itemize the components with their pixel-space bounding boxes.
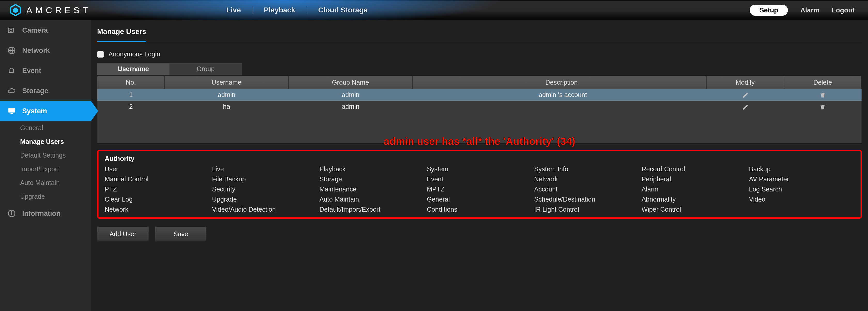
authority-item: Abnormality bbox=[642, 196, 747, 203]
content: Manage Users Anonymous Login Username Gr… bbox=[91, 20, 868, 311]
authority-item: Clear Log bbox=[104, 196, 210, 203]
authority-item: Log Search bbox=[749, 186, 854, 193]
authority-item: User bbox=[104, 165, 210, 173]
nav-cloud[interactable]: Cloud Storage bbox=[307, 6, 379, 14]
authority-item: AV Parameter bbox=[749, 175, 854, 183]
nav-logout[interactable]: Logout bbox=[832, 6, 855, 14]
top-bar: AMCREST Live Playback Cloud Storage Setu… bbox=[0, 0, 868, 20]
authority-item: PTZ bbox=[104, 186, 210, 193]
camera-icon bbox=[7, 26, 16, 35]
authority-item: Account bbox=[534, 186, 640, 193]
sidebar-item-event[interactable]: Event bbox=[0, 60, 91, 81]
authority-item: Live bbox=[212, 165, 317, 173]
table-row[interactable]: 2haadmin bbox=[97, 101, 862, 112]
save-button[interactable]: Save bbox=[155, 226, 207, 242]
authority-item: IR Light Control bbox=[534, 206, 640, 213]
nav-playback[interactable]: Playback bbox=[252, 6, 307, 14]
svg-point-9 bbox=[11, 211, 12, 213]
authority-item: Video/Audio Detection bbox=[212, 206, 317, 213]
sidebar-subitem-upgrade[interactable]: Upgrade bbox=[0, 190, 91, 203]
edit-icon[interactable] bbox=[742, 91, 749, 98]
user-table: No. Username Group Name Description Modi… bbox=[97, 76, 862, 144]
page-title: Manage Users bbox=[97, 27, 146, 42]
sidebar-item-label: Camera bbox=[22, 26, 48, 34]
authority-item: Network bbox=[534, 175, 640, 183]
authority-item: Video bbox=[749, 196, 854, 203]
sidebar-item-storage[interactable]: Storage bbox=[0, 81, 91, 101]
cell-group: admin bbox=[288, 89, 412, 101]
authority-item: Schedule/Destination bbox=[534, 196, 640, 203]
authority-item: Alarm bbox=[642, 186, 747, 193]
authority-item: System Info bbox=[534, 165, 640, 173]
authority-title: Authority bbox=[104, 155, 854, 163]
trash-icon[interactable] bbox=[819, 103, 826, 110]
authority-item: General bbox=[427, 196, 532, 203]
sidebar-subitem-default-settings[interactable]: Default Settings bbox=[0, 148, 91, 162]
svg-point-3 bbox=[10, 29, 12, 32]
sidebar-subitem-manage-users[interactable]: Manage Users bbox=[0, 135, 91, 148]
sidebar-item-camera[interactable]: Camera bbox=[0, 20, 91, 40]
cell-desc bbox=[419, 101, 707, 112]
svg-marker-1 bbox=[13, 7, 18, 13]
sidebar-item-label: Information bbox=[22, 209, 61, 218]
brand: AMCREST bbox=[9, 4, 91, 16]
authority-item: MPTZ bbox=[427, 186, 532, 193]
sidebar-subitem-general[interactable]: General bbox=[0, 121, 91, 135]
subtab-group[interactable]: Group bbox=[169, 63, 242, 75]
authority-item: Auto Maintain bbox=[319, 196, 425, 203]
sidebar-subitem-import-export[interactable]: Import/Export bbox=[0, 162, 91, 176]
authority-item: Backup bbox=[749, 165, 854, 173]
edit-icon[interactable] bbox=[742, 103, 749, 110]
add-user-button[interactable]: Add User bbox=[97, 226, 149, 242]
nav-live[interactable]: Live bbox=[215, 6, 252, 14]
svg-rect-5 bbox=[8, 108, 15, 113]
cloud-icon bbox=[7, 86, 16, 95]
authority-item: Peripheral bbox=[642, 175, 747, 183]
cell-username: admin bbox=[164, 89, 288, 101]
authority-item: Conditions bbox=[427, 206, 532, 213]
cell-desc: admin 's account bbox=[419, 89, 707, 101]
authority-item: Storage bbox=[319, 175, 425, 183]
authority-item: Record Control bbox=[642, 165, 747, 173]
sidebar-item-network[interactable]: Network bbox=[0, 40, 91, 60]
table-row[interactable]: 1adminadminadmin 's account bbox=[97, 89, 862, 101]
authority-item: Security bbox=[212, 186, 317, 193]
sidebar-item-label: Storage bbox=[22, 87, 48, 95]
right-nav: Setup Alarm Logout bbox=[750, 5, 855, 16]
sidebar-subitem-auto-maintain[interactable]: Auto Maintain bbox=[0, 176, 91, 190]
authority-item: File Backup bbox=[212, 175, 317, 183]
authority-item: Default/Import/Export bbox=[319, 206, 425, 213]
authority-item: Manual Control bbox=[104, 175, 210, 183]
sidebar-item-information[interactable]: Information bbox=[0, 203, 91, 224]
cell-no: 1 bbox=[97, 89, 164, 101]
trash-icon[interactable] bbox=[819, 91, 826, 98]
main-nav: Live Playback Cloud Storage bbox=[215, 6, 379, 14]
col-delete: Delete bbox=[784, 76, 862, 89]
authority-item: System bbox=[427, 165, 532, 173]
nav-alarm[interactable]: Alarm bbox=[800, 6, 819, 14]
subtab-username[interactable]: Username bbox=[97, 63, 169, 75]
authority-item: Network bbox=[104, 206, 210, 213]
brand-text: AMCREST bbox=[26, 5, 91, 15]
hexagon-logo-icon bbox=[9, 4, 22, 16]
cell-username: ha bbox=[164, 101, 288, 112]
globe-icon bbox=[7, 46, 16, 55]
nav-setup[interactable]: Setup bbox=[750, 5, 788, 16]
sidebar-item-system[interactable]: System bbox=[0, 101, 91, 121]
cell-group: admin bbox=[288, 101, 412, 112]
sidebar: Camera Network Event Storage System bbox=[0, 20, 91, 311]
col-desc: Description bbox=[417, 76, 707, 89]
cell-no: 2 bbox=[97, 101, 164, 112]
svg-rect-6 bbox=[10, 113, 13, 114]
anonymous-login-label: Anonymous Login bbox=[108, 51, 160, 58]
sidebar-item-label: Network bbox=[22, 47, 50, 55]
anonymous-login-checkbox[interactable] bbox=[97, 51, 104, 58]
authority-item: Upgrade bbox=[212, 196, 317, 203]
authority-item: Event bbox=[427, 175, 532, 183]
col-group: Group Name bbox=[288, 76, 412, 89]
authority-item: Maintenance bbox=[319, 186, 425, 193]
svg-rect-2 bbox=[8, 28, 13, 33]
authority-item: Wiper Control bbox=[642, 206, 747, 213]
authority-item: Playback bbox=[319, 165, 425, 173]
bell-icon bbox=[7, 66, 16, 75]
